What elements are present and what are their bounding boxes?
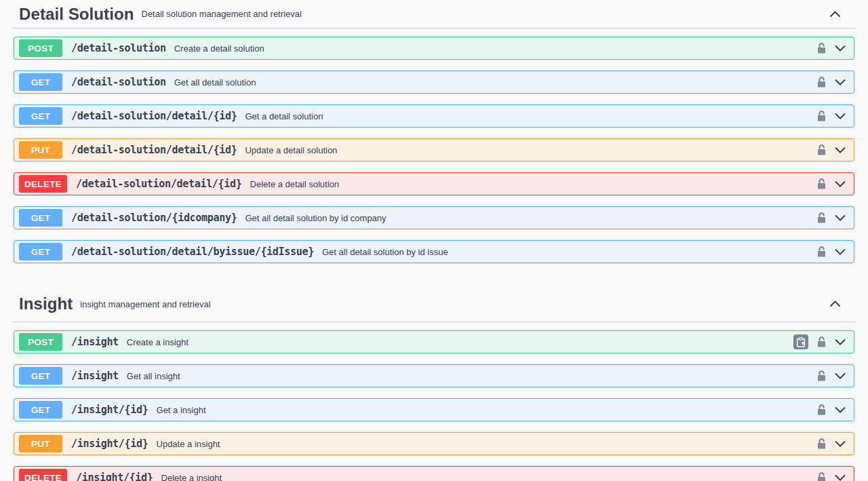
unlock-padlock-icon[interactable] [816, 472, 827, 481]
endpoint-summary: Get a detail solution [245, 111, 323, 121]
unlock-padlock-icon[interactable] [816, 212, 827, 224]
method-badge: DELETE [19, 469, 67, 481]
endpoint-summary: Get a insight [157, 405, 206, 415]
row-icons [816, 370, 846, 382]
endpoint-summary: Update a detail solution [245, 145, 337, 155]
unlock-padlock-icon[interactable] [816, 178, 827, 190]
row-icons [816, 472, 846, 481]
row-icons [816, 438, 846, 450]
chevron-up-icon[interactable] [829, 11, 841, 18]
chevron-down-icon[interactable] [835, 45, 846, 52]
tag-title: Detail Solution [19, 5, 134, 24]
chevron-down-icon[interactable] [835, 147, 846, 153]
endpoint-row[interactable]: GET /detail-solution/detail/{id} Get a d… [14, 104, 854, 128]
unlock-padlock-icon[interactable] [816, 404, 827, 416]
unlock-padlock-icon[interactable] [816, 246, 827, 258]
endpoint-path[interactable]: /insight [71, 336, 119, 348]
endpoint-row[interactable]: DELETE /detail-solution/detail/{id} Dele… [14, 172, 854, 195]
endpoint-summary: Get all insight [127, 371, 180, 381]
unlock-padlock-icon[interactable] [816, 76, 827, 88]
endpoint-summary: Delete a detail solution [250, 179, 340, 189]
row-icons [816, 178, 846, 190]
endpoint-path[interactable]: /insight/{id} [76, 472, 153, 481]
method-badge: POST [19, 39, 62, 57]
endpoint-list: POST /insight Create a insight [0, 322, 868, 481]
chevron-down-icon[interactable] [835, 214, 846, 221]
endpoint-path[interactable]: /detail-solution [71, 76, 166, 88]
endpoint-path[interactable]: /detail-solution/detail/byissue/{idIssue… [71, 246, 314, 258]
method-badge: GET [19, 73, 62, 91]
unlock-padlock-icon[interactable] [816, 370, 827, 382]
endpoint-summary: Delete a insight [161, 473, 222, 481]
endpoint-list: POST /detail-solution Create a detail so… [0, 28, 868, 277]
chevron-down-icon[interactable] [835, 372, 846, 379]
row-icons [816, 110, 846, 122]
endpoint-row[interactable]: GET /detail-solution Get all detail solu… [14, 71, 854, 94]
tag-header[interactable]: Insight insight management and retrieval [0, 277, 868, 322]
tag-section: Detail Solution Detail solution manageme… [0, 0, 868, 277]
chevron-down-icon[interactable] [835, 248, 846, 255]
chevron-up-icon[interactable] [829, 301, 841, 307]
endpoint-row[interactable]: GET /insight/{id} Get a insight [14, 398, 854, 421]
endpoint-row[interactable]: PUT /detail-solution/detail/{id} Update … [14, 138, 854, 161]
chevron-down-icon[interactable] [835, 113, 846, 119]
method-badge: GET [19, 107, 62, 125]
row-icons [816, 404, 846, 416]
row-icons [816, 212, 846, 224]
tag-description: Detail solution management and retrieval [142, 9, 302, 19]
row-icons [816, 246, 846, 258]
chevron-down-icon[interactable] [835, 180, 846, 187]
row-icons [816, 76, 846, 88]
endpoint-row[interactable]: POST /detail-solution Create a detail so… [14, 37, 854, 60]
method-badge: PUT [19, 141, 62, 159]
endpoint-summary: Create a insight [127, 337, 189, 347]
endpoint-path[interactable]: /detail-solution [71, 42, 166, 54]
method-badge: DELETE [19, 175, 67, 193]
endpoint-path[interactable]: /insight/{id} [71, 404, 149, 416]
chevron-down-icon[interactable] [835, 406, 846, 413]
unlock-padlock-icon[interactable] [816, 144, 827, 156]
endpoint-path[interactable]: /detail-solution/detail/{id} [76, 178, 241, 190]
tag-title: Insight [19, 294, 73, 313]
endpoint-row[interactable]: GET /insight Get all insight [14, 364, 854, 387]
tag-section: Insight insight management and retrieval… [0, 277, 868, 481]
clipboard-arrow-icon[interactable] [793, 334, 808, 349]
endpoint-summary: Get all detail solution by id issue [322, 247, 448, 257]
unlock-padlock-icon[interactable] [816, 42, 827, 54]
endpoint-row[interactable]: GET /detail-solution/detail/byissue/{idI… [14, 240, 854, 263]
endpoint-row[interactable]: GET /detail-solution/{idcompany} Get all… [14, 206, 854, 229]
method-badge: PUT [19, 435, 62, 453]
chevron-down-icon[interactable] [835, 79, 846, 85]
endpoint-summary: Get all detail solution [174, 77, 256, 88]
method-badge: POST [19, 333, 62, 351]
endpoint-path[interactable]: /insight/{id} [71, 438, 149, 450]
endpoint-path[interactable]: /detail-solution/detail/{id} [71, 144, 237, 156]
chevron-down-icon[interactable] [835, 339, 846, 345]
method-badge: GET [19, 243, 62, 261]
tag-header[interactable]: Detail Solution Detail solution manageme… [0, 0, 868, 28]
endpoint-summary: Update a insight [157, 439, 220, 449]
method-badge: GET [19, 401, 62, 419]
unlock-padlock-icon[interactable] [816, 438, 827, 450]
method-badge: GET [19, 209, 62, 227]
endpoint-path[interactable]: /insight [71, 370, 119, 382]
endpoint-row[interactable]: PUT /insight/{id} Update a insight [14, 432, 854, 455]
row-icons [816, 42, 846, 54]
row-icons [816, 144, 846, 156]
unlock-padlock-icon[interactable] [816, 110, 827, 122]
method-badge: GET [19, 367, 62, 385]
row-icons [793, 334, 846, 349]
tag-description: insight management and retrieval [80, 299, 210, 309]
api-doc: Detail Solution Detail solution manageme… [0, 0, 868, 481]
endpoint-row[interactable]: POST /insight Create a insight [14, 330, 854, 353]
endpoint-summary: Get all detail solution by id company [245, 213, 386, 223]
chevron-down-icon[interactable] [835, 440, 846, 447]
endpoint-path[interactable]: /detail-solution/detail/{id} [71, 110, 237, 122]
unlock-padlock-icon[interactable] [816, 336, 827, 348]
chevron-down-icon[interactable] [835, 474, 846, 481]
endpoint-row[interactable]: DELETE /insight/{id} Delete a insight [14, 466, 854, 481]
endpoint-summary: Create a detail solution [174, 43, 264, 54]
endpoint-path[interactable]: /detail-solution/{idcompany} [71, 212, 237, 224]
